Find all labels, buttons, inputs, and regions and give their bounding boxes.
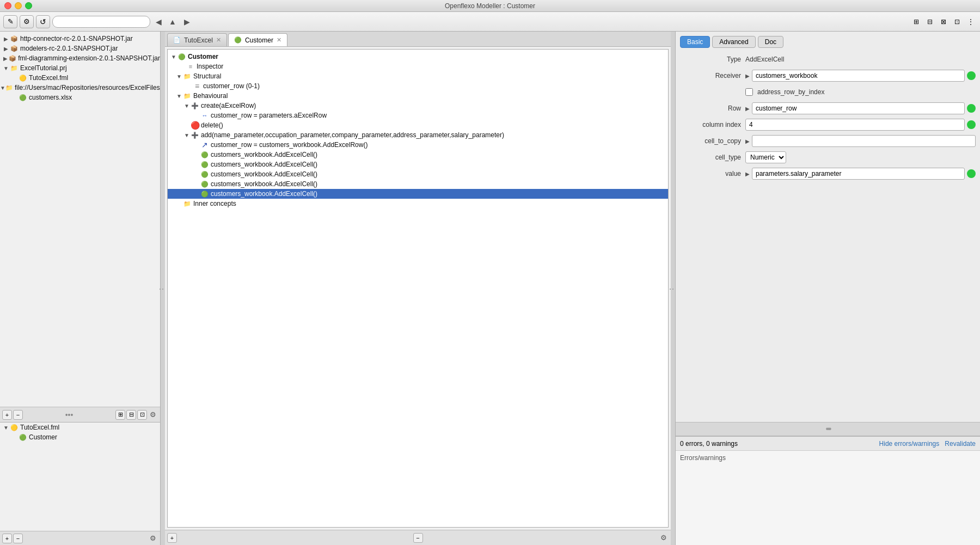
nav-up-button[interactable]: ▲ (167, 16, 179, 28)
tree-item-customer-row-assign2[interactable]: ↗ customer_row = customers_workbook.AddE… (168, 140, 668, 150)
add-bottom-button[interactable]: + (2, 534, 12, 543)
icon-btn-3[interactable]: ⊡ (137, 410, 147, 420)
prop-value-row: value ▶ (680, 168, 976, 180)
nav-back-button[interactable]: ◀ (152, 16, 164, 28)
cell-copy-expand-arrow[interactable]: ▶ (745, 138, 750, 144)
tab-label: TutoExcel (184, 36, 213, 44)
tree-label: http-connector-rc-2.0.1-SNAPSHOT.jar (20, 35, 133, 42)
center-remove-button[interactable]: − (413, 533, 423, 543)
tree-item-delete[interactable]: 🔴 delete() (168, 120, 668, 130)
value-expand-arrow[interactable]: ▶ (745, 171, 750, 177)
splitter-dots: ••• (826, 424, 830, 434)
remove-button[interactable]: − (13, 410, 23, 420)
tab-tuto-excel[interactable]: 📄 TutoExcel ✕ (167, 33, 227, 46)
cell-copy-input[interactable] (752, 135, 976, 147)
hide-errors-link[interactable]: Hide errors/warnings (879, 440, 940, 448)
close-button[interactable] (4, 2, 11, 9)
gear-bottom-button[interactable]: ⚙ (148, 534, 158, 543)
tab-close-button[interactable]: ✕ (216, 36, 221, 44)
left-tree-top: ▶ 📦 http-connector-rc-2.0.1-SNAPSHOT.jar… (0, 32, 160, 407)
receiver-input[interactable] (752, 70, 965, 82)
toolbar-right-btn-1[interactable]: ⊞ (910, 16, 922, 28)
tree-label: customers_workbook.AddExcelCell() (211, 161, 317, 168)
prop-type-value: AddExcelCell (745, 56, 976, 63)
toolbar-btn-1[interactable]: ✎ (3, 15, 17, 28)
toolbar-right-btn-4[interactable]: ⊡ (951, 16, 963, 28)
error-summary: 0 errors, 0 warnings (680, 440, 738, 448)
toolbar-btn-3[interactable]: ↺ (36, 15, 50, 28)
tree-item-excel-tutorial[interactable]: ▼ 📁 ExcelTutorial.prj (0, 63, 160, 73)
center-splitter[interactable]: ⋮ (671, 32, 675, 545)
center-gear-button[interactable]: ⚙ (659, 533, 669, 543)
nav-forward-button[interactable]: ▶ (181, 16, 193, 28)
customer-icon: 🟢 (19, 433, 27, 442)
tree-item-inner-concepts[interactable]: 📁 Inner concepts (168, 199, 668, 209)
tree-item-add-cell-3[interactable]: 🟢 customers_workbook.AddExcelCell() (168, 169, 668, 179)
toolbar-right-btn-3[interactable]: ⊠ (938, 16, 950, 28)
tree-item-customers-xlsx[interactable]: 🟢 customers.xlsx (0, 93, 160, 102)
value-input[interactable] (752, 168, 965, 180)
tree-label: Customer (188, 53, 218, 60)
tab-close-button[interactable]: ✕ (277, 36, 281, 44)
remove-bottom-button[interactable]: − (13, 534, 23, 543)
cell-type-select[interactable]: Numeric String Boolean Formula (745, 151, 786, 163)
toolbar-right-btn-2[interactable]: ⊟ (924, 16, 936, 28)
toolbar-right-btn-5[interactable]: ⋮ (965, 16, 977, 28)
package-icon: 📦 (10, 34, 19, 43)
tree-item-tuto-excel-b[interactable]: ▼ 🟡 TutoExcel.fml (0, 422, 160, 432)
tree-item-modelers[interactable]: ▶ 📦 modelers-rc-2.0.1-SNAPSHOT.jar (0, 44, 160, 53)
tree-label: Customer (29, 433, 57, 441)
error-toolbar: 0 errors, 0 warnings Hide errors/warning… (676, 437, 980, 451)
tree-item-file-repositories[interactable]: ▼ 📁 file://Users/mac/Repositories/resour… (0, 83, 160, 93)
left-splitter[interactable]: ⋮ (161, 32, 165, 545)
toolbar: ✎ ⚙ ↺ ◀ ▲ ▶ ⊞ ⊟ ⊠ ⊡ ⋮ (0, 12, 980, 32)
tree-item-behavioural[interactable]: ▼ 📁 Behavioural (168, 91, 668, 101)
address-row-checkbox[interactable] (745, 88, 753, 96)
tree-label: customers_workbook.AddExcelCell() (211, 151, 317, 158)
tree-item-inspector[interactable]: ≡ Inspector (168, 62, 668, 71)
tree-item-http-connector[interactable]: ▶ 📦 http-connector-rc-2.0.1-SNAPSHOT.jar (0, 34, 160, 44)
tree-item-tuto-excel-fml[interactable]: 🟡 TutoExcel.fml (0, 73, 160, 83)
tree-item-customer-row[interactable]: ≡ customer_row (0-1) (168, 81, 668, 91)
tree-item-add-cell-1[interactable]: 🟢 customers_workbook.AddExcelCell() (168, 150, 668, 160)
tree-item-add-params[interactable]: ▼ ➕ add(name_parameter,occupation_parame… (168, 130, 668, 140)
assign-icon: ↔ (200, 111, 209, 120)
tree-item-fml-diagramming[interactable]: ▶ 📦 fml-diagramming-extension-2.0.1-SNAP… (0, 53, 160, 63)
row-expand-arrow[interactable]: ▶ (745, 106, 750, 112)
icon-btn-2[interactable]: ⊟ (126, 410, 136, 420)
tree-item-customer-row-assign[interactable]: ↔ customer_row = parameters.aExcelRow (168, 111, 668, 120)
prop-row-label: Row (680, 105, 745, 112)
row-input[interactable] (752, 102, 965, 114)
tab-customer[interactable]: 🟢 Customer ✕ (228, 33, 287, 46)
tree-item-add-cell-5[interactable]: 🟢 customers_workbook.AddExcelCell() (168, 189, 668, 199)
prop-column-label: column index (680, 121, 745, 128)
tree-item-structural[interactable]: ▼ 📁 Structural (168, 71, 668, 81)
tree-item-add-cell-2[interactable]: 🟢 customers_workbook.AddExcelCell() (168, 160, 668, 169)
tree-arrow: ▶ (2, 36, 10, 42)
right-top: Basic Advanced Doc Type AddExcelCell Rec… (676, 32, 980, 422)
revalidate-link[interactable]: Revalidate (945, 440, 976, 448)
column-index-input[interactable] (745, 119, 965, 131)
tab-advanced[interactable]: Advanced (712, 36, 755, 48)
receiver-expand-arrow[interactable]: ▶ (745, 73, 750, 79)
tab-doc[interactable]: Doc (758, 36, 783, 48)
icon-btn-1[interactable]: ⊞ (115, 410, 125, 420)
right-panel: Basic Advanced Doc Type AddExcelCell Rec… (675, 32, 980, 545)
tree-item-customer-b[interactable]: 🟢 Customer (0, 432, 160, 442)
tab-basic[interactable]: Basic (680, 36, 710, 48)
add-button[interactable]: + (2, 410, 12, 420)
tree-arrow: ▼ (183, 103, 191, 109)
left-bottom-tree: ▼ 🟡 TutoExcel.fml 🟢 Customer (0, 422, 160, 531)
maximize-button[interactable] (25, 2, 32, 9)
tree-item-create[interactable]: ▼ ➕ create(aExcelRow) (168, 101, 668, 111)
minimize-button[interactable] (15, 2, 22, 9)
add-row-icon: ↗ (200, 140, 209, 149)
tree-item-add-cell-4[interactable]: 🟢 customers_workbook.AddExcelCell() (168, 179, 668, 189)
search-input[interactable] (52, 16, 150, 28)
tree-item-customer-root[interactable]: ▼ 🟢 Customer (168, 52, 668, 62)
gear-button[interactable]: ⚙ (148, 410, 158, 420)
address-row-label: address_row_by_index (757, 88, 824, 96)
main-container: ▶ 📦 http-connector-rc-2.0.1-SNAPSHOT.jar… (0, 32, 980, 545)
center-add-button[interactable]: + (167, 533, 177, 543)
toolbar-btn-2[interactable]: ⚙ (20, 15, 34, 28)
